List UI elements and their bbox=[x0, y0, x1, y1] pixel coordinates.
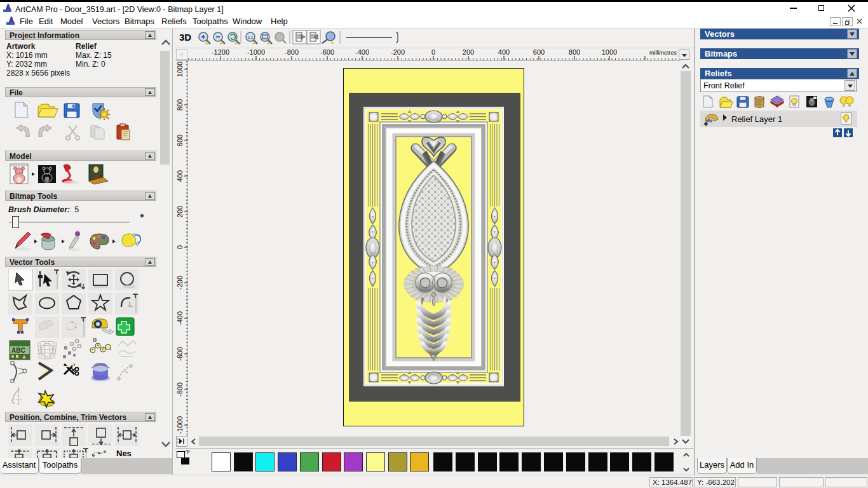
svg-text:-200: -200 bbox=[391, 48, 405, 56]
svg-text:800: 800 bbox=[569, 48, 580, 56]
svg-text:-800: -800 bbox=[176, 383, 184, 396]
svg-text:0: 0 bbox=[176, 245, 184, 249]
svg-text:800: 800 bbox=[176, 99, 184, 111]
svg-text:0: 0 bbox=[431, 48, 435, 56]
svg-text:600: 600 bbox=[176, 135, 184, 146]
svg-text:-1200: -1200 bbox=[212, 48, 229, 56]
svg-text:600: 600 bbox=[533, 48, 545, 56]
svg-text:-200: -200 bbox=[176, 276, 184, 290]
svg-text:ABC: ABC bbox=[11, 347, 25, 354]
svg-text:-600: -600 bbox=[320, 48, 334, 56]
svg-text:-600: -600 bbox=[176, 347, 184, 361]
svg-text:-1000: -1000 bbox=[247, 48, 265, 56]
svg-text:200: 200 bbox=[176, 206, 184, 217]
svg-text:-400: -400 bbox=[355, 48, 369, 56]
svg-text:400: 400 bbox=[176, 170, 184, 182]
svg-text:200: 200 bbox=[463, 48, 474, 56]
svg-text:Nes: Nes bbox=[116, 449, 132, 458]
svg-text:1000: 1000 bbox=[602, 48, 617, 56]
svg-text:-1000: -1000 bbox=[176, 416, 184, 434]
svg-text:1:1: 1:1 bbox=[248, 36, 254, 39]
svg-text:-400: -400 bbox=[176, 311, 184, 325]
svg-text:millimetres: millimetres bbox=[649, 50, 677, 56]
svg-text:1000: 1000 bbox=[176, 62, 184, 77]
svg-text:400: 400 bbox=[498, 48, 510, 56]
svg-text:-800: -800 bbox=[285, 48, 299, 56]
